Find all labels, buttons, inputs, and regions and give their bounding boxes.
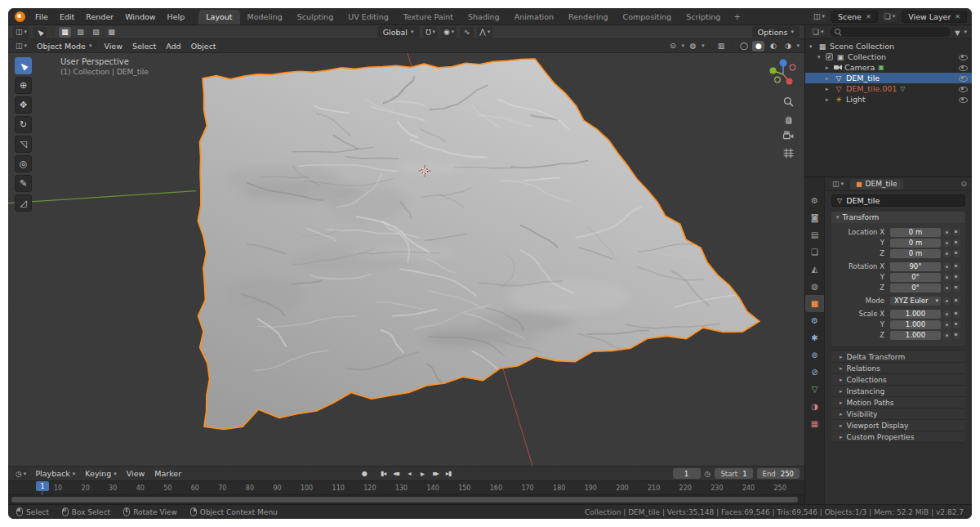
play-button[interactable] xyxy=(416,468,429,479)
outliner-row[interactable]: DEM_tile.001 xyxy=(805,83,972,94)
lock-button[interactable] xyxy=(953,297,960,305)
transform-panel-header[interactable]: Transform xyxy=(831,212,965,223)
pan-hand-icon[interactable] xyxy=(782,113,795,125)
mode-dropdown[interactable]: Object Mode xyxy=(31,40,97,51)
disclosure-icon[interactable] xyxy=(809,43,817,50)
xray-toggle-button[interactable]: ▥ xyxy=(715,41,727,51)
scene-browse-button[interactable] xyxy=(811,11,827,22)
filter-icon[interactable] xyxy=(955,28,960,37)
workspace-tab[interactable]: Compositing xyxy=(616,10,679,25)
properties-tab[interactable] xyxy=(805,226,824,243)
view-layer-selector[interactable]: View Layer xyxy=(902,11,967,23)
eye-icon[interactable] xyxy=(959,52,968,61)
viewport-menu-item[interactable]: Object xyxy=(186,42,221,51)
orthographic-grid-icon[interactable] xyxy=(782,147,795,159)
snap-target-button[interactable] xyxy=(477,27,492,38)
properties-tab[interactable] xyxy=(805,209,824,226)
previous-keyframe-button[interactable] xyxy=(390,468,403,479)
value-field[interactable]: 90° xyxy=(890,262,941,271)
shading-solid-button[interactable]: ● xyxy=(752,41,764,51)
timeline-menu-item[interactable]: Keying xyxy=(80,469,121,478)
item-label[interactable]: Collection xyxy=(848,52,886,61)
properties-tab[interactable] xyxy=(805,278,824,295)
shading-rendered-button[interactable]: ◑ xyxy=(782,41,794,51)
lock-button[interactable] xyxy=(953,250,960,257)
lock-button[interactable] xyxy=(953,310,960,318)
workspace-tab[interactable]: UV Editing xyxy=(341,10,396,25)
value-field[interactable]: 1.000 xyxy=(890,320,941,329)
disclosure-icon[interactable] xyxy=(826,96,834,103)
eye-icon[interactable] xyxy=(959,74,968,83)
decorator-dot-button[interactable] xyxy=(943,297,951,305)
viewport-menu-item[interactable]: Add xyxy=(161,42,185,51)
outliner-search-input[interactable] xyxy=(831,27,951,37)
panel-section[interactable]: Collections xyxy=(831,374,965,386)
select-mode-set-button[interactable] xyxy=(59,27,71,38)
tool-button[interactable] xyxy=(15,57,32,74)
disclosure-icon[interactable] xyxy=(826,86,834,92)
editor-type-button[interactable] xyxy=(13,27,29,38)
editor-type-button[interactable] xyxy=(13,41,29,51)
panel-section[interactable]: Instancing xyxy=(831,386,965,397)
jump-to-start-button[interactable] xyxy=(377,468,390,479)
item-label[interactable]: Light xyxy=(846,95,866,104)
properties-tab[interactable] xyxy=(805,346,824,364)
decorator-dot-button[interactable] xyxy=(943,284,951,292)
properties-tab[interactable] xyxy=(805,415,824,432)
lock-button[interactable] xyxy=(953,274,960,281)
item-label[interactable]: Camera xyxy=(844,63,875,72)
panel-section[interactable]: Motion Paths xyxy=(831,397,965,409)
lock-button[interactable] xyxy=(953,332,960,339)
decorator-dot-button[interactable] xyxy=(943,239,951,247)
shading-material-button[interactable]: ◐ xyxy=(767,41,779,51)
tool-button[interactable] xyxy=(15,77,32,94)
workspace-tab[interactable]: Texture Paint xyxy=(396,10,461,25)
tool-button[interactable] xyxy=(15,194,32,212)
transform-orientation-dropdown[interactable]: Global xyxy=(377,26,420,38)
workspace-tab[interactable]: Sculpting xyxy=(290,10,341,25)
scrollbar-thumb[interactable] xyxy=(11,497,798,502)
eye-icon[interactable] xyxy=(959,95,968,104)
disclosure-icon[interactable] xyxy=(826,65,834,71)
value-field[interactable]: 0 m xyxy=(890,239,941,248)
workspace-tab[interactable]: Animation xyxy=(507,10,561,25)
timeline-menu-item[interactable]: Playback xyxy=(30,469,80,478)
panel-section[interactable]: Delta Transform xyxy=(831,351,965,363)
active-tool-button[interactable] xyxy=(33,27,47,38)
panel-section[interactable]: Custom Properties xyxy=(831,431,965,443)
workspace-tab[interactable]: Scripting xyxy=(679,10,728,25)
timeline-scrollbar[interactable] xyxy=(8,494,804,504)
view-layer-browse-button[interactable] xyxy=(882,11,898,22)
proportional-edit-button[interactable] xyxy=(441,27,457,38)
decorator-dot-button[interactable] xyxy=(943,250,951,257)
decorator-dot-button[interactable] xyxy=(943,263,951,270)
use-preview-range-icon[interactable] xyxy=(705,469,711,478)
auto-keying-button[interactable] xyxy=(359,468,371,479)
zoom-icon[interactable] xyxy=(782,96,795,108)
frame-end-field[interactable]: End250 xyxy=(757,468,800,479)
properties-tab[interactable] xyxy=(805,243,824,261)
scene-selector[interactable]: Scene xyxy=(831,11,878,23)
checkbox-icon[interactable] xyxy=(826,53,833,60)
tool-button[interactable] xyxy=(15,155,32,172)
unlink-icon[interactable] xyxy=(866,13,871,20)
workspace-tab[interactable]: Rendering xyxy=(561,10,616,25)
select-mode-extend-button[interactable] xyxy=(74,27,87,38)
viewport-canvas[interactable] xyxy=(8,53,804,466)
lock-button[interactable] xyxy=(953,284,960,292)
workspace-tab[interactable]: Modeling xyxy=(240,10,290,25)
panel-section[interactable]: Relations xyxy=(831,363,965,374)
properties-editor-button[interactable] xyxy=(830,179,846,190)
current-frame-marker[interactable]: 1 xyxy=(36,481,49,491)
panel-section[interactable]: Visibility xyxy=(831,409,965,420)
properties-tab[interactable] xyxy=(805,381,824,398)
properties-tab[interactable] xyxy=(805,312,824,329)
outliner-row[interactable]: Light xyxy=(805,94,972,105)
options-dropdown[interactable]: Options xyxy=(752,26,800,38)
pin-icon[interactable] xyxy=(960,180,967,188)
item-label[interactable]: DEM_tile.001 xyxy=(846,84,897,93)
lock-button[interactable] xyxy=(953,229,960,236)
item-label[interactable]: DEM_tile xyxy=(846,74,880,83)
add-workspace-button[interactable]: + xyxy=(728,12,746,21)
properties-tab[interactable] xyxy=(805,261,824,278)
